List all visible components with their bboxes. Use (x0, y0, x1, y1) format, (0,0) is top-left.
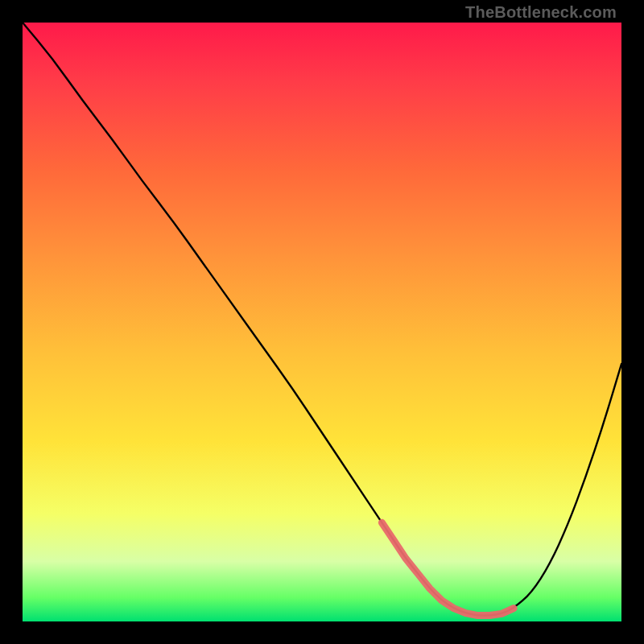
bottleneck-curve (23, 23, 621, 616)
highlight-segment (382, 522, 514, 615)
watermark-text: TheBottleneck.com (465, 3, 617, 22)
plot-area (23, 23, 621, 621)
chart-overlay (23, 23, 621, 621)
chart-frame: TheBottleneck.com (0, 0, 644, 644)
